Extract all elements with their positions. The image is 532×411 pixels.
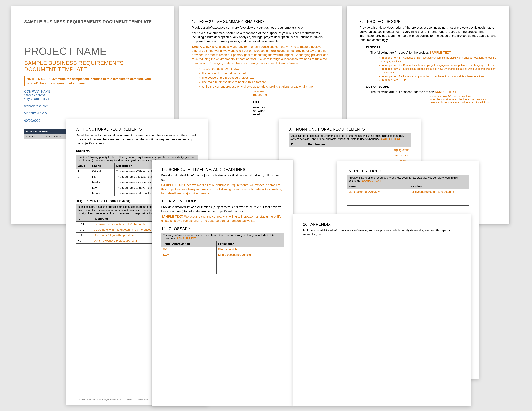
truncated-heading: ON	[253, 100, 329, 104]
city-state-zip: City, State and Zip	[24, 97, 161, 101]
priority-heading: PRIORITY	[76, 150, 198, 153]
version-label: VERSION 0.0.0	[24, 112, 161, 115]
section-15-heading: 15.REFERENCES	[347, 169, 469, 173]
func-req-intro: Detail the project's functional requirem…	[76, 133, 198, 146]
list-item: The scope of the proposed project is…	[201, 75, 329, 80]
table-row	[347, 206, 469, 211]
doc-header: SAMPLE BUSINESS REQUIREMENTS DOCUMENT TE…	[24, 19, 161, 24]
truncated-line: cs for our new EV charging stations…	[430, 95, 496, 98]
truncated-line: need to	[253, 113, 329, 116]
nfr-col-requirement: Requirement	[306, 142, 411, 147]
scope-intro: Provide a high-level description of the …	[360, 26, 496, 42]
section-1-heading: 1.EXECUTIVE SUMMARY SNAPSHOT	[192, 19, 329, 24]
section-12-heading: 12.SCHEDULE, TIMELINE, AND DEADLINES	[161, 167, 284, 172]
street-address: Street Address	[24, 93, 161, 97]
truncated-line: fees and taxes associated with our new i…	[430, 101, 496, 104]
glossary-col-explanation: Explanation	[216, 241, 284, 247]
in-scope-heading: IN SCOPE	[366, 46, 496, 49]
list-item: In-scope item 3 – Establish a rollout sc…	[381, 67, 496, 75]
table-row	[161, 263, 284, 269]
in-scope-intro: The following are "in scope" for the pro…	[366, 50, 496, 55]
list-item: In-scope item 2 – Conduct a sales campai…	[381, 63, 496, 67]
table-row	[161, 269, 284, 274]
glossary-col-term: Term / Abbreviation	[161, 241, 217, 247]
ref-col-name: Name	[347, 184, 408, 189]
appendix-intro: Include any additional information for r…	[303, 228, 461, 236]
company-name: COMPANY NAME	[24, 90, 161, 93]
exec-summary-p2: Your executive summary should be a "snap…	[192, 31, 329, 43]
list-item: In-scope item 4 – Increase our productio…	[381, 75, 496, 78]
out-scope-intro: The following are "out of scope" for the…	[366, 90, 496, 94]
pri-col-rating: Rating	[90, 163, 115, 168]
glossary-table: For easy reference, enter any terms, abb…	[161, 233, 284, 274]
table-row: sed on testi	[289, 153, 411, 158]
table-row: arging statio	[289, 147, 411, 153]
list-item: While the current process only allows us…	[201, 84, 329, 89]
list-item: The main business drivers behind this ef…	[201, 80, 329, 84]
schedule-intro: Provide a detailed list of the project's…	[161, 173, 284, 182]
in-scope-list: In-scope item 1 – Conduct further resear…	[366, 56, 496, 82]
assumptions-intro: Provide a detailed list of assumptions (…	[161, 205, 284, 213]
note-text: NOTE TO USER: Overwrite the sample text …	[27, 77, 151, 85]
table-row	[161, 258, 284, 263]
section-16-heading: 16.APPENDIX	[303, 222, 461, 227]
schedule-sample: SAMPLE TEXT: Once we meet all of our bus…	[161, 183, 284, 195]
table-row: SOVSingle-occupancy vehicle	[161, 252, 284, 258]
subtitle-line1: SAMPLE BUSINESS REQUIREMENTS	[24, 60, 161, 66]
subtitle-line2: DOCUMENT TEMPLATE	[24, 66, 161, 72]
references-instructions: Provide links to all the resources (webs…	[347, 175, 469, 184]
vh-col-version: VERSION	[24, 134, 44, 139]
list-item: This research data indicates that…	[201, 71, 329, 75]
truncated-line: ss allow	[253, 89, 329, 93]
list-item: Research has shown that…	[201, 66, 329, 71]
project-title: PROJECT NAME	[24, 45, 161, 57]
page-6: 12.SCHEDULE, TIMELINE, AND DEADLINES Pro…	[152, 159, 294, 406]
table-row	[347, 200, 469, 206]
list-item: In-scope item 1 – Conduct further resear…	[381, 56, 496, 63]
table-row	[347, 195, 469, 200]
rc-col-id: ID	[76, 216, 92, 222]
section-8-heading: 8.NON-FUNCTIONAL REQUIREMENTS	[289, 127, 411, 131]
exec-summary-sample: SAMPLE TEXT: As a socially and environme…	[192, 45, 329, 65]
section-13-heading: 13.ASSUMPTIONS	[161, 199, 284, 203]
table-row: EVElectric vehicle	[161, 247, 284, 252]
nfr-col-id: ID	[289, 142, 306, 147]
pri-col-value: Value	[76, 163, 90, 168]
list-item: In-scope item 5 - Etc.	[381, 78, 496, 82]
glossary-instructions: For easy reference, enter any terms, abb…	[161, 233, 284, 241]
version-history-title: VERSION HISTORY	[26, 130, 48, 133]
truncated-line: requiremen	[253, 93, 329, 97]
web-address: webaddress.com	[24, 104, 161, 108]
out-scope-heading: OUT OF SCOPE	[366, 85, 496, 88]
exec-summary-p1: Provide a brief executive summary (overv…	[192, 26, 329, 30]
section-3-heading: 3.PROJECT SCOPE	[360, 19, 496, 24]
truncated-line: se, what	[253, 109, 329, 113]
ref-col-location: Location	[408, 184, 469, 189]
page-8: 16.APPENDIX Include any additional infor…	[294, 214, 471, 406]
section-14-heading: 14.GLOSSARY	[161, 226, 284, 231]
table-row: Manufacturing OverviewPositivecharge.com…	[347, 189, 469, 195]
assumptions-sample: SAMPLE TEXT: We assume that the company …	[161, 215, 284, 223]
exec-summary-bullets: Research has shown that… This research d…	[192, 66, 329, 89]
truncated-line: roject for	[253, 106, 329, 109]
nfr-instructions: Detail all non-functional requirements (…	[289, 133, 411, 142]
truncated-line: operations cost for our rollout to all t…	[430, 98, 496, 101]
section-7-heading: 7.FUNCTIONAL REQUIREMENTS	[76, 127, 198, 131]
note-to-user: NOTE TO USER: Overwrite the sample text …	[24, 76, 161, 86]
